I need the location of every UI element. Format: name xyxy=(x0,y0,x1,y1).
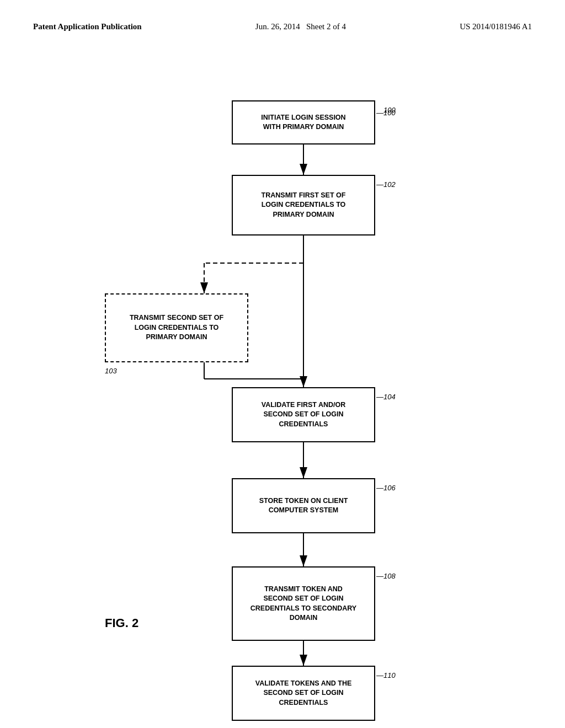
label-102: —102 xyxy=(376,180,396,189)
box-103: TRANSMIT SECOND SET OF LOGIN CREDENTIALS… xyxy=(105,293,248,362)
box-106: STORE TOKEN ON CLIENT COMPUTER SYSTEM xyxy=(232,478,375,533)
fig-label: FIG. 2 xyxy=(105,616,138,630)
label-104: —104 xyxy=(376,393,396,401)
label-108: —108 xyxy=(376,572,396,580)
page: Patent Application Publication Jun. 26, … xyxy=(0,0,565,728)
box-104: VALIDATE FIRST AND/OR SECOND SET OF LOGI… xyxy=(232,387,375,442)
label-106: —106 xyxy=(376,484,396,492)
box-100: INITIATE LOGIN SESSION WITH PRIMARY DOMA… xyxy=(232,100,375,144)
box-110: VALIDATE TOKENS AND THE SECOND SET OF LO… xyxy=(232,666,375,721)
box-108: TRANSMIT TOKEN AND SECOND SET OF LOGIN C… xyxy=(232,566,375,641)
header-left: Patent Application Publication xyxy=(33,22,142,31)
label-103: 103 xyxy=(105,367,117,375)
label-110: —110 xyxy=(376,671,396,679)
diagram: INITIATE LOGIN SESSION WITH PRIMARY DOMA… xyxy=(33,65,532,699)
page-header: Patent Application Publication Jun. 26, … xyxy=(33,22,532,31)
header-right: US 2014/0181946 A1 xyxy=(460,22,532,31)
box-102: TRANSMIT FIRST SET OF LOGIN CREDENTIALS … xyxy=(232,175,375,235)
header-center: Jun. 26, 2014 Sheet 2 of 4 xyxy=(255,22,346,31)
